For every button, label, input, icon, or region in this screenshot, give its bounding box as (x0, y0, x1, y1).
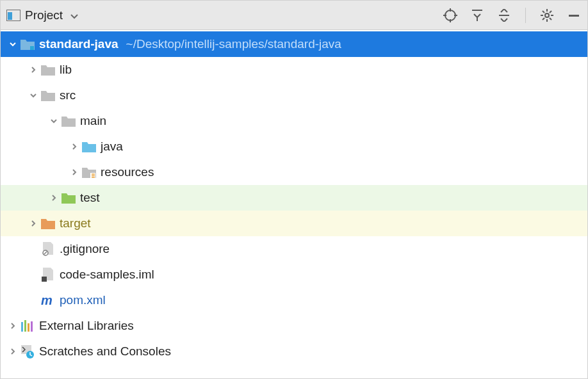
node-path: ~/Desktop/intellij-samples/standard-java (126, 37, 341, 51)
dropdown-arrow-icon (70, 8, 78, 22)
gear-icon[interactable] (539, 7, 555, 24)
svg-text:m: m (41, 294, 53, 307)
svg-line-18 (550, 11, 551, 13)
chevron-right-icon[interactable] (26, 220, 40, 227)
svg-rect-31 (28, 323, 29, 332)
scratches-icon (20, 344, 35, 359)
svg-point-2 (445, 10, 455, 20)
tree-node-test[interactable]: test (1, 185, 587, 211)
view-title: Project (25, 8, 63, 22)
tree-node-target[interactable]: target (1, 211, 587, 236)
svg-rect-20 (30, 46, 34, 50)
tree-node-src[interactable]: src (1, 83, 587, 108)
svg-point-10 (545, 13, 549, 17)
tree-node-pom[interactable]: m pom.xml (1, 287, 587, 313)
project-toolbar: Project (1, 1, 587, 30)
module-folder-icon (20, 37, 35, 51)
node-label: src (60, 88, 76, 102)
chevron-right-icon[interactable] (67, 143, 81, 150)
node-label: Scratches and Consoles (39, 344, 171, 359)
test-folder-icon (61, 191, 76, 205)
chevron-right-icon[interactable] (26, 66, 40, 74)
chevron-down-icon[interactable] (6, 40, 20, 48)
chevron-right-icon[interactable] (6, 348, 20, 355)
node-label: main (80, 114, 106, 128)
svg-line-15 (543, 11, 544, 13)
tree-node-java[interactable]: java (1, 134, 587, 159)
view-selector[interactable]: Project (6, 8, 78, 22)
tree-node-iml[interactable]: code-samples.iml (1, 262, 587, 287)
chevron-right-icon[interactable] (47, 194, 61, 202)
node-label: target (60, 216, 91, 230)
node-label: standard-java (39, 37, 118, 51)
node-label: pom.xml (60, 293, 106, 307)
node-label: code-samples.iml (60, 268, 154, 282)
locate-icon[interactable] (442, 7, 459, 24)
svg-rect-30 (24, 320, 26, 332)
node-label: resources (101, 165, 154, 179)
tree-node-resources[interactable]: resources (1, 159, 587, 185)
svg-rect-1 (8, 12, 12, 20)
svg-line-16 (550, 18, 551, 20)
file-iml-icon (40, 268, 56, 282)
source-folder-icon (81, 140, 97, 154)
project-view-icon (6, 9, 21, 22)
excluded-folder-icon (40, 216, 56, 230)
file-gitignore-icon (40, 242, 56, 256)
maven-file-icon: m (40, 293, 56, 307)
node-label: lib (60, 63, 72, 77)
hide-icon[interactable] (566, 7, 582, 24)
chevron-down-icon[interactable] (47, 117, 61, 125)
node-label: test (80, 191, 100, 205)
folder-icon (40, 88, 56, 102)
svg-rect-29 (21, 322, 23, 332)
node-label: External Libraries (39, 319, 134, 333)
resources-folder-icon (81, 165, 97, 179)
svg-rect-27 (42, 277, 47, 282)
tree-node-project-root[interactable]: standard-java ~/Desktop/intellij-samples… (1, 31, 587, 57)
chevron-right-icon[interactable] (6, 322, 20, 330)
tree-node-gitignore[interactable]: .gitignore (1, 236, 587, 262)
tree-node-scratches[interactable]: Scratches and Consoles (1, 339, 587, 364)
toolbar-divider (525, 8, 526, 23)
expand-all-icon[interactable] (469, 7, 486, 24)
tree-node-external-libraries[interactable]: External Libraries (1, 313, 587, 339)
chevron-down-icon[interactable] (26, 92, 40, 99)
svg-line-17 (543, 18, 544, 20)
libraries-icon (20, 319, 35, 333)
svg-rect-32 (31, 321, 33, 332)
node-label: .gitignore (60, 242, 110, 256)
svg-rect-19 (569, 15, 579, 17)
folder-icon (40, 63, 56, 77)
node-label: java (101, 140, 123, 154)
chevron-right-icon[interactable] (67, 168, 81, 176)
folder-icon (61, 114, 76, 128)
collapse-all-icon[interactable] (496, 7, 512, 24)
tree-node-lib[interactable]: lib (1, 57, 587, 83)
project-tree: standard-java ~/Desktop/intellij-samples… (1, 30, 587, 366)
tree-node-main[interactable]: main (1, 108, 587, 134)
